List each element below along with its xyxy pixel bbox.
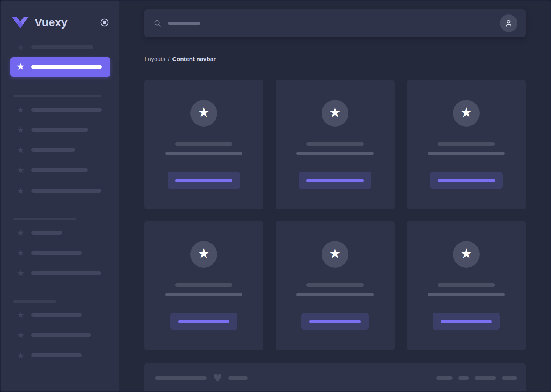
card-icon-circle: ★ bbox=[190, 241, 217, 268]
card-icon-circle: ★ bbox=[453, 241, 480, 268]
sidebar-menu-item[interactable]: ★ bbox=[1, 165, 119, 175]
footer-link-placeholder[interactable] bbox=[475, 376, 496, 380]
star-icon: ★ bbox=[329, 106, 341, 121]
button-label-placeholder bbox=[175, 179, 232, 182]
card-title-placeholder bbox=[175, 283, 232, 287]
menu-item-label-placeholder bbox=[31, 128, 88, 132]
card-title-placeholder bbox=[175, 142, 232, 146]
menu-section-header-placeholder bbox=[13, 218, 76, 220]
card-grid: ★★★★★★ bbox=[144, 80, 526, 350]
star-icon: ★ bbox=[16, 43, 25, 52]
menu-item-label-placeholder bbox=[31, 231, 62, 235]
star-icon: ★ bbox=[16, 62, 25, 71]
footer-left-group: ♥ bbox=[155, 373, 248, 383]
menu-item-label-placeholder bbox=[31, 353, 82, 357]
card-action-button[interactable] bbox=[430, 172, 503, 189]
star-icon: ★ bbox=[16, 105, 25, 114]
card-subtitle-placeholder bbox=[296, 152, 374, 155]
card-subtitle-placeholder bbox=[165, 152, 242, 155]
sidebar-menu-item[interactable]: ★ bbox=[1, 186, 119, 195]
main-content: Layouts / Content navbar ★★★★★★ ♥ bbox=[119, 1, 550, 391]
menu-item-label-placeholder bbox=[31, 108, 102, 112]
menu-item-label-placeholder bbox=[31, 313, 82, 317]
sidebar-menu-item[interactable]: ★ bbox=[1, 310, 119, 320]
star-icon: ★ bbox=[329, 247, 341, 262]
menu-pin-toggle-icon[interactable] bbox=[100, 18, 109, 27]
menu-item-label-placeholder bbox=[31, 45, 93, 49]
content-card: ★ bbox=[407, 80, 526, 209]
star-icon: ★ bbox=[16, 310, 25, 320]
content-card: ★ bbox=[144, 221, 263, 350]
vuexy-logo-icon bbox=[11, 17, 29, 29]
sidebar-menu-item[interactable]: ★ bbox=[1, 228, 119, 237]
star-icon: ★ bbox=[16, 331, 25, 340]
card-title-placeholder bbox=[306, 283, 364, 287]
star-icon: ★ bbox=[16, 248, 25, 257]
card-icon-circle: ★ bbox=[453, 100, 480, 127]
brand-title: Vuexy bbox=[35, 17, 68, 28]
menu-item-label-placeholder bbox=[31, 251, 82, 255]
card-action-button[interactable] bbox=[299, 172, 371, 189]
card-icon-circle: ★ bbox=[322, 100, 348, 127]
card-title-placeholder bbox=[306, 142, 364, 146]
menu-section-header-placeholder bbox=[13, 95, 102, 97]
star-icon: ★ bbox=[16, 125, 25, 134]
button-label-placeholder bbox=[306, 179, 364, 182]
star-icon: ★ bbox=[460, 247, 472, 262]
sidebar-menu-item[interactable]: ★ bbox=[1, 145, 119, 154]
sidebar-menu-item[interactable]: ★ bbox=[1, 105, 119, 114]
star-icon: ★ bbox=[16, 351, 25, 360]
footer-right-group bbox=[436, 376, 517, 380]
footer-link-placeholder[interactable] bbox=[436, 376, 453, 380]
footer-text-placeholder bbox=[155, 376, 207, 380]
sidebar-menu-item[interactable]: ★ bbox=[1, 43, 119, 52]
breadcrumb-separator: / bbox=[168, 56, 169, 63]
footer-link-placeholder[interactable] bbox=[502, 376, 517, 380]
content-card: ★ bbox=[144, 80, 263, 209]
footer-link-placeholder[interactable] bbox=[458, 376, 469, 380]
sidebar-menu-item[interactable]: ★ bbox=[1, 125, 119, 134]
star-icon: ★ bbox=[16, 145, 25, 154]
card-icon-circle: ★ bbox=[322, 241, 348, 268]
card-title-placeholder bbox=[438, 283, 495, 287]
button-label-placeholder bbox=[441, 320, 492, 323]
menu-item-label-placeholder bbox=[31, 168, 88, 172]
card-subtitle-placeholder bbox=[428, 293, 505, 296]
content-card: ★ bbox=[407, 221, 526, 350]
card-action-button[interactable] bbox=[433, 313, 500, 330]
search-icon[interactable] bbox=[153, 19, 162, 27]
heart-icon: ♥ bbox=[213, 373, 222, 383]
user-icon bbox=[504, 19, 513, 28]
sidebar-menu-item[interactable]: ★ bbox=[1, 268, 119, 278]
star-icon: ★ bbox=[16, 228, 25, 237]
app-window: Vuexy ★★★★★★★★★★★★★ bbox=[0, 0, 551, 392]
star-icon: ★ bbox=[198, 247, 210, 262]
card-subtitle-placeholder bbox=[296, 293, 374, 296]
menu-item-label-placeholder bbox=[31, 148, 75, 152]
menu-item-label-placeholder bbox=[31, 189, 102, 193]
menu-item-label-placeholder bbox=[31, 271, 101, 275]
star-icon: ★ bbox=[16, 268, 25, 278]
menu-item-label-placeholder bbox=[31, 65, 102, 69]
sidebar-menu-item[interactable]: ★ bbox=[1, 248, 119, 257]
star-icon: ★ bbox=[16, 186, 25, 195]
card-title-placeholder bbox=[438, 142, 495, 146]
footer-text-placeholder bbox=[228, 376, 248, 380]
button-label-placeholder bbox=[309, 320, 361, 323]
breadcrumb-parent[interactable]: Layouts bbox=[145, 56, 165, 63]
sidebar-menu-item[interactable]: ★ bbox=[1, 351, 119, 360]
card-action-button[interactable] bbox=[301, 313, 369, 330]
user-avatar[interactable] bbox=[500, 14, 517, 32]
content-card: ★ bbox=[276, 221, 395, 350]
search-input-placeholder[interactable] bbox=[168, 22, 200, 25]
star-icon: ★ bbox=[16, 165, 25, 175]
sidebar-menu-item[interactable]: ★ bbox=[1, 331, 119, 340]
star-icon: ★ bbox=[198, 106, 210, 121]
top-navbar bbox=[144, 9, 526, 37]
card-action-button[interactable] bbox=[168, 172, 240, 189]
sidebar: Vuexy ★★★★★★★★★★★★★ bbox=[1, 1, 119, 391]
menu-item-label-placeholder bbox=[31, 333, 91, 337]
sidebar-menu-item-active[interactable]: ★ bbox=[10, 57, 110, 77]
menu-section-header-placeholder bbox=[13, 300, 56, 303]
card-action-button[interactable] bbox=[170, 313, 237, 330]
